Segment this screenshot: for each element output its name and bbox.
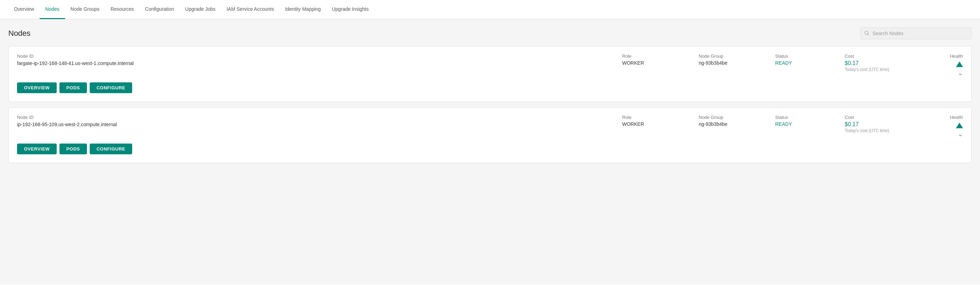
status-value-1: READY <box>775 60 845 66</box>
cost-col-1: Cost $0.17 Today's cost (UTC time) <box>845 54 928 72</box>
health-label-2: Health <box>950 115 963 120</box>
node-id-value-1: fargate-ip-192-168-148-41.us-west-1.comp… <box>17 60 622 67</box>
node-id-col-2: Node ID ip-192-168-95-109.us-west-2.comp… <box>17 115 622 128</box>
cost-note-1: Today's cost (UTC time) <box>845 67 928 72</box>
health-col-2: Health ⌄ <box>928 115 963 138</box>
nav-item-overview[interactable]: Overview <box>8 0 40 19</box>
nav-item-upgrade-jobs[interactable]: Upgrade Jobs <box>180 0 221 19</box>
role-col-1: Role WORKER <box>622 54 698 66</box>
cost-col-2: Cost $0.17 Today's cost (UTC time) <box>845 115 928 133</box>
role-col-2: Role WORKER <box>622 115 698 127</box>
search-wrapper <box>861 27 972 39</box>
health-up-icon-1 <box>956 62 963 67</box>
overview-button-2[interactable]: OVERVIEW <box>17 144 57 154</box>
nav-item-nodes[interactable]: Nodes <box>40 0 65 19</box>
node-row-2: Node ID ip-192-168-95-109.us-west-2.comp… <box>17 115 963 138</box>
configure-button-2[interactable]: CONFIGURE <box>90 144 132 154</box>
group-label-2: Node Group <box>698 115 775 120</box>
group-col-2: Node Group ng-93b3b4be <box>698 115 775 127</box>
role-label-2: Role <box>622 115 698 120</box>
nav-item-resources[interactable]: Resources <box>105 0 140 19</box>
expand-chevron-1[interactable]: ⌄ <box>958 69 963 77</box>
node-buttons-1: OVERVIEW PODS CONFIGURE <box>17 82 963 93</box>
pods-button-2[interactable]: PODS <box>59 144 87 154</box>
node-id-label-2: Node ID <box>17 115 622 120</box>
nav-item-node-groups[interactable]: Node Groups <box>65 0 105 19</box>
nav-item-upgrade-insights[interactable]: Upgrade Insights <box>326 0 374 19</box>
status-label-2: Status <box>775 115 845 120</box>
group-value-1: ng-93b3b4be <box>698 60 775 66</box>
nav-item-configuration[interactable]: Configuration <box>140 0 180 19</box>
health-col-1: Health ⌄ <box>928 54 963 77</box>
status-label-1: Status <box>775 54 845 59</box>
role-value-1: WORKER <box>622 60 698 66</box>
navigation-bar: Overview Nodes Node Groups Resources Con… <box>0 0 980 19</box>
cost-label-2: Cost <box>845 115 928 120</box>
node-card-1: Node ID fargate-ip-192-168-148-41.us-wes… <box>8 46 972 102</box>
group-col-1: Node Group ng-93b3b4be <box>698 54 775 66</box>
node-row-1: Node ID fargate-ip-192-168-148-41.us-wes… <box>17 54 963 77</box>
health-col-inner-2: Health ⌄ <box>928 115 963 138</box>
cost-label-1: Cost <box>845 54 928 59</box>
node-id-value-2: ip-192-168-95-109.us-west-2.compute.inte… <box>17 121 622 128</box>
page-header: Nodes <box>8 27 972 39</box>
nav-item-identity-mapping[interactable]: Identity Mapping <box>280 0 326 19</box>
pods-button-1[interactable]: PODS <box>59 82 87 93</box>
node-id-label-1: Node ID <box>17 54 622 59</box>
overview-button-1[interactable]: OVERVIEW <box>17 82 57 93</box>
configure-button-1[interactable]: CONFIGURE <box>90 82 132 93</box>
group-value-2: ng-93b3b4be <box>698 121 775 127</box>
node-id-col-1: Node ID fargate-ip-192-168-148-41.us-wes… <box>17 54 622 67</box>
role-value-2: WORKER <box>622 121 698 127</box>
expand-chevron-2[interactable]: ⌄ <box>958 130 963 138</box>
cost-note-2: Today's cost (UTC time) <box>845 128 928 133</box>
status-col-1: Status READY <box>775 54 845 66</box>
health-label-1: Health <box>950 54 963 59</box>
group-label-1: Node Group <box>698 54 775 59</box>
cost-value-1: $0.17 <box>845 60 928 66</box>
role-label-1: Role <box>622 54 698 59</box>
node-card-2: Node ID ip-192-168-95-109.us-west-2.comp… <box>8 108 972 163</box>
nav-item-iam-service-accounts[interactable]: IAM Service Accounts <box>221 0 279 19</box>
status-col-2: Status READY <box>775 115 845 127</box>
status-value-2: READY <box>775 121 845 127</box>
node-buttons-2: OVERVIEW PODS CONFIGURE <box>17 144 963 154</box>
page-title: Nodes <box>8 29 30 38</box>
health-col-inner-1: Health ⌄ <box>928 54 963 77</box>
cost-value-2: $0.17 <box>845 121 928 128</box>
search-input[interactable] <box>861 27 972 39</box>
health-up-icon-2 <box>956 123 963 128</box>
page-content: Nodes Node ID fargate-ip-192-168-148-41.… <box>0 19 980 284</box>
